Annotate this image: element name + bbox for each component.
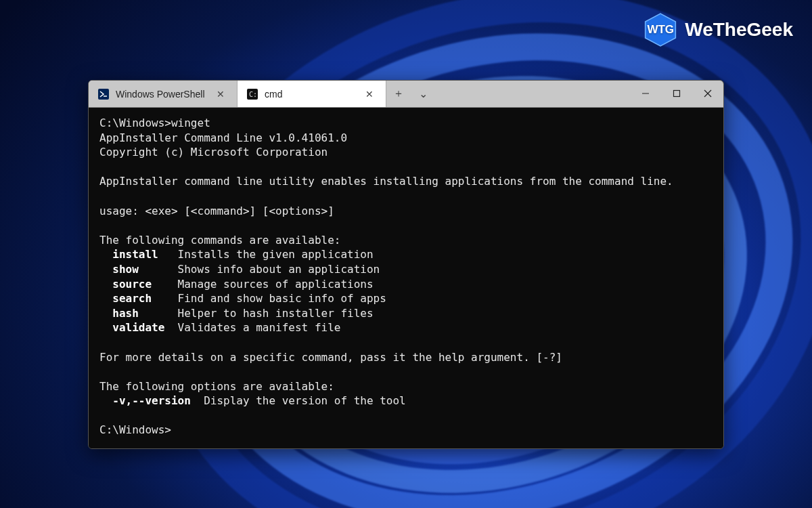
tabstrip: Windows PowerShell ✕ C: cmd ✕ [89,81,386,107]
close-icon [704,88,712,100]
close-icon[interactable]: ✕ [363,87,376,101]
tab-dropdown-button[interactable]: ⌄ [411,87,435,100]
powershell-icon [98,89,109,100]
new-tab-button[interactable]: ＋ [386,87,411,101]
window-maximize-button[interactable] [661,81,692,107]
window-close-button[interactable] [692,81,723,107]
close-icon[interactable]: ✕ [214,87,227,101]
terminal-body[interactable]: C:\Windows>winget AppInstaller Command L… [89,108,723,448]
maximize-icon [673,88,681,100]
tab-cmd[interactable]: C: cmd ✕ [238,81,386,107]
watermark-badge-text: WTG [643,12,678,47]
watermark-text: WeTheGeek [685,19,793,41]
site-watermark: WTG WeTheGeek [643,12,793,47]
tab-label: cmd [265,89,356,100]
tab-label: Windows PowerShell [116,89,207,100]
svg-text:C:: C: [249,91,257,98]
window-minimize-button[interactable] [630,81,661,107]
tab-powershell[interactable]: Windows PowerShell ✕ [89,81,238,107]
watermark-hex-icon: WTG [643,12,678,47]
window-titlebar[interactable]: Windows PowerShell ✕ C: cmd ✕ ＋ ⌄ [89,81,723,108]
terminal-window: Windows PowerShell ✕ C: cmd ✕ ＋ ⌄ [88,80,724,449]
chevron-down-icon: ⌄ [419,87,428,100]
cmd-icon: C: [247,89,258,100]
minimize-icon [641,88,650,100]
svg-rect-5 [674,90,680,96]
